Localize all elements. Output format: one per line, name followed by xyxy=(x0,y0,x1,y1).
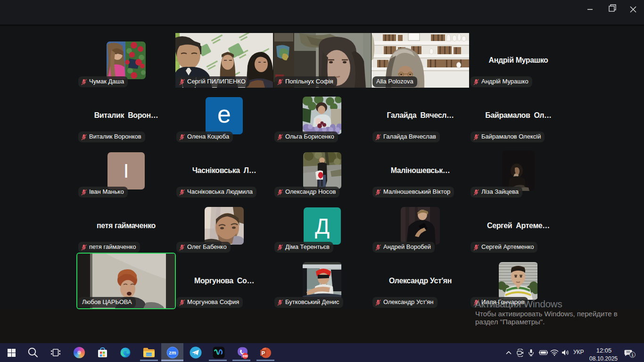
svg-text:999: 999 xyxy=(242,354,248,357)
svg-text:zm: zm xyxy=(169,350,176,355)
svg-text:P: P xyxy=(261,350,264,356)
